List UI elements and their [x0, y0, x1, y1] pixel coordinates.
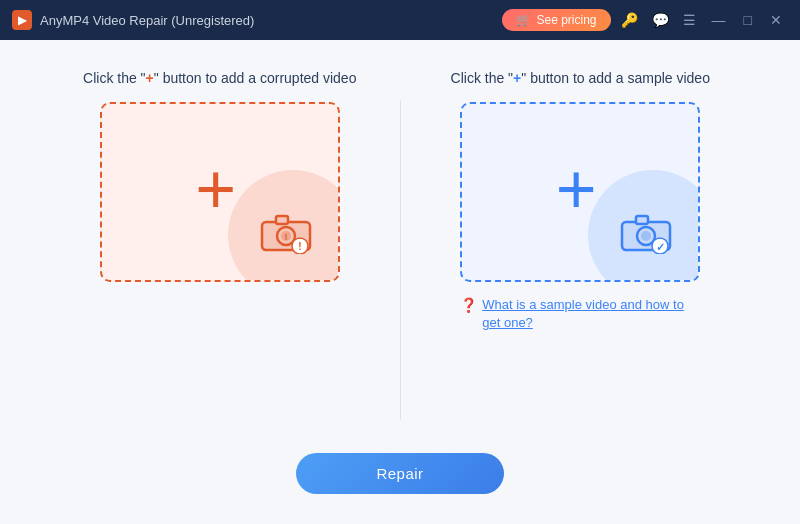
cart-icon: 🛒 — [516, 13, 531, 27]
corrupted-upload-box[interactable]: + ! — [100, 102, 340, 282]
chat-icon[interactable]: 💬 — [648, 8, 673, 32]
repair-button-wrap: Repair — [296, 453, 503, 494]
sample-box-inner: + ✓ — [462, 104, 698, 280]
corrupted-camera-icon: ! ! — [258, 210, 314, 258]
corrupted-panel-label: Click the "+" button to add a corrupted … — [83, 70, 356, 86]
corrupted-panel: Click the "+" button to add a corrupted … — [40, 70, 400, 282]
app-title: AnyMP4 Video Repair (Unregistered) — [40, 13, 254, 28]
sample-video-help-link[interactable]: What is a sample video and how to get on… — [482, 296, 700, 332]
sample-panel: Click the "+" button to add a sample vid… — [401, 70, 761, 332]
main-content: Click the "+" button to add a corrupted … — [0, 40, 800, 524]
title-bar-controls: 🛒 See pricing 🔑 💬 ☰ — □ ✕ — [502, 8, 788, 32]
sample-camera-icon: ✓ — [618, 210, 674, 258]
svg-text:✓: ✓ — [656, 241, 665, 253]
help-icon: ❓ — [460, 297, 477, 313]
corrupted-add-icon: + — [195, 154, 236, 224]
sample-panel-label: Click the "+" button to add a sample vid… — [451, 70, 710, 86]
corrupted-box-inner: + ! — [102, 104, 338, 280]
close-button[interactable]: ✕ — [764, 10, 788, 30]
key-icon[interactable]: 🔑 — [617, 8, 642, 32]
title-bar-left: ▶ AnyMP4 Video Repair (Unregistered) — [12, 10, 254, 30]
svg-point-9 — [641, 231, 651, 241]
help-link-wrap: ❓ What is a sample video and how to get … — [460, 296, 700, 332]
see-pricing-button[interactable]: 🛒 See pricing — [502, 9, 610, 31]
panels-container: Click the "+" button to add a corrupted … — [40, 70, 760, 433]
svg-rect-3 — [276, 216, 288, 224]
menu-icon[interactable]: ☰ — [679, 8, 700, 32]
sample-upload-box[interactable]: + ✓ — [460, 102, 700, 282]
svg-rect-10 — [636, 216, 648, 224]
repair-button[interactable]: Repair — [296, 453, 503, 494]
title-bar: ▶ AnyMP4 Video Repair (Unregistered) 🛒 S… — [0, 0, 800, 40]
sample-add-icon: + — [556, 154, 597, 224]
app-icon: ▶ — [12, 10, 32, 30]
minimize-button[interactable]: — — [706, 10, 732, 30]
corrupted-plus-text: + — [146, 70, 154, 86]
svg-text:!: ! — [298, 241, 301, 252]
maximize-button[interactable]: □ — [738, 10, 758, 30]
sample-plus-text: + — [513, 70, 521, 86]
svg-text:!: ! — [284, 232, 287, 242]
